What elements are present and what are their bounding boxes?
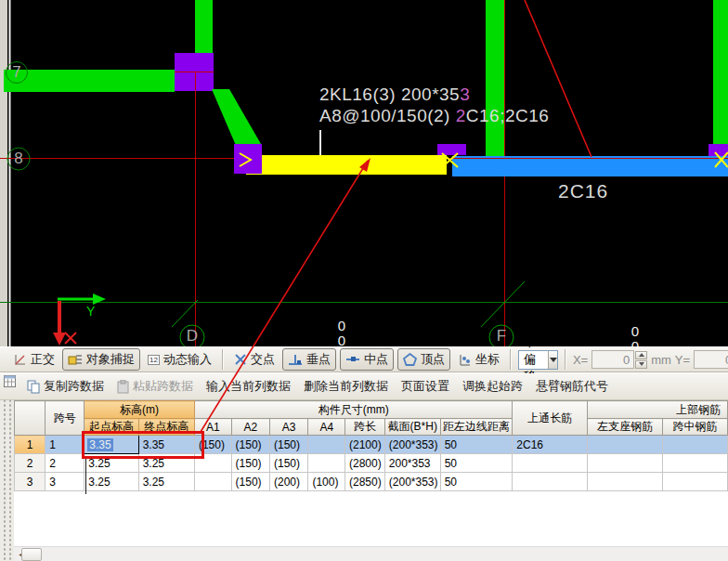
column-block-right[interactable] — [708, 144, 728, 156]
ortho-button[interactable]: 正交 — [9, 349, 58, 370]
a4-cell[interactable] — [308, 454, 345, 473]
paste-icon — [117, 380, 129, 394]
span-length-cell[interactable]: (2800) — [345, 454, 385, 473]
dynamic-input-button[interactable]: 12 动态输入 — [144, 349, 215, 370]
a1-cell[interactable] — [194, 473, 231, 491]
perpendicular-label: 垂点 — [306, 351, 331, 368]
paste-span-data-button[interactable]: 粘贴跨数据 — [115, 375, 195, 398]
left-edge-dist-cell[interactable]: 50 — [440, 454, 513, 473]
offset-mode-dropdown[interactable]: 不偏移 — [518, 350, 558, 370]
delete-current-column-button[interactable]: 删除当前列数据 — [302, 375, 390, 398]
axis-diagonal-d — [172, 300, 198, 327]
col-header-a3[interactable]: A3 — [269, 419, 307, 436]
a2-cell[interactable]: (150) — [231, 436, 269, 454]
top-through-cell[interactable] — [513, 473, 588, 491]
span-no-cell[interactable]: 2 — [46, 454, 84, 473]
mid-span-cell[interactable] — [663, 473, 728, 491]
top-through-cell[interactable] — [513, 454, 588, 473]
beam-green-vertical-mid[interactable] — [486, 0, 504, 156]
paste-span-data-label: 粘贴跨数据 — [133, 378, 193, 395]
a3-cell[interactable]: (150) — [269, 454, 307, 473]
input-current-column-button[interactable]: 输入当前列数据 — [204, 375, 292, 398]
page-setup-button[interactable]: 页面设置 — [399, 375, 451, 398]
section-cell[interactable]: (200*353) — [384, 436, 440, 454]
end-elevation-cell[interactable]: 3.25 — [138, 473, 194, 491]
left-support-cell[interactable] — [588, 436, 663, 454]
copy-span-data-button[interactable]: 复制跨数据 — [25, 375, 106, 398]
app-window: 2KL16(3) 200*353 A8@100/150(2) 2C16;2C16… — [0, 0, 728, 561]
col-header-mid-span[interactable]: 跨中钢筋 — [663, 419, 728, 436]
group-header-size[interactable]: 构件尺寸(mm) — [194, 401, 512, 419]
beam-top-bars: C16;2C16 — [466, 106, 550, 125]
toolbar-separator — [565, 349, 566, 370]
perpendicular-snap-button[interactable]: 垂点 — [282, 348, 336, 371]
span-length-cell[interactable]: (2850) — [345, 473, 385, 491]
col-header-span-length[interactable]: 跨长 — [345, 419, 385, 436]
column-block-mid[interactable] — [437, 144, 466, 155]
cantilever-rebar-code-button[interactable]: 悬臂钢筋代号 — [534, 375, 610, 398]
toolbar-separator — [222, 349, 224, 370]
offset-x-spin-buttons[interactable] — [635, 351, 647, 369]
row-number-cell[interactable]: 2 — [15, 454, 46, 473]
left-support-cell[interactable] — [588, 473, 663, 491]
top-through-cell[interactable]: 2C16 — [513, 436, 588, 454]
beam-green-vertical-top[interactable] — [195, 0, 213, 53]
mid-span-cell[interactable] — [663, 454, 728, 473]
snap-toolbar: 正交 对象捕捉 12 动态输入 交点 垂点 中点 顶点 坐标 — [0, 346, 728, 372]
left-support-cell[interactable] — [588, 454, 663, 473]
offset-x-input[interactable]: 0 — [592, 350, 634, 369]
axis-label-8: 8 — [6, 150, 32, 168]
spinner-up-button[interactable] — [635, 351, 647, 359]
group-header-top-rebar[interactable]: 上部钢筋 — [588, 401, 728, 419]
dimension-text-right: 0 0 — [628, 324, 643, 346]
midpoint-snap-button[interactable]: 中点 — [340, 348, 394, 371]
left-edge-dist-cell[interactable]: 50 — [440, 473, 513, 491]
col-header-a2[interactable]: A2 — [231, 419, 269, 436]
offset-dropdown-button[interactable] — [548, 351, 556, 369]
object-snap-button[interactable]: 对象捕捉 — [62, 348, 140, 371]
span-no-cell[interactable]: 1 — [46, 436, 84, 454]
spinner-down-button[interactable] — [635, 360, 647, 369]
horizontal-scrollbar[interactable]: ◄ — [14, 546, 728, 561]
scrollbar-thumb[interactable] — [21, 548, 42, 561]
intersection-snap-button[interactable]: 交点 — [230, 349, 279, 370]
coordinate-snap-button[interactable]: 坐标 — [454, 349, 503, 370]
a4-cell[interactable]: (100) — [308, 473, 345, 491]
col-header-left-support[interactable]: 左支座钢筋 — [588, 419, 663, 436]
span-no-cell[interactable]: 3 — [46, 473, 84, 491]
beam-annotation-line2: A8@100/150(2) 2C16;2C16 — [319, 106, 549, 126]
axis-label-7: 7 — [4, 63, 30, 82]
a4-cell[interactable] — [308, 436, 345, 454]
a3-cell[interactable]: (150) — [269, 436, 307, 454]
col-header-section[interactable]: 截面(B*H) — [384, 419, 440, 436]
mid-span-cell[interactable] — [663, 436, 728, 454]
section-cell[interactable]: 200*353 — [384, 454, 440, 473]
row-number-cell[interactable]: 3 — [15, 473, 46, 491]
a2-cell[interactable]: (150) — [231, 473, 269, 491]
vertex-label: 顶点 — [421, 351, 445, 368]
offset-y-input[interactable]: 0 — [694, 350, 728, 369]
span-length-cell[interactable]: (2100) — [345, 436, 385, 454]
ucs-y-arrowhead — [53, 333, 66, 346]
a3-cell[interactable]: (200) — [269, 473, 307, 491]
row-number-cell[interactable]: 1 — [15, 436, 46, 454]
offset-x-stepper[interactable]: 0 — [592, 350, 647, 369]
col-header-left-edge-dist[interactable]: 距左边线距离 — [440, 419, 513, 436]
beam-green-vertical-right[interactable] — [713, 0, 728, 144]
vertex-snap-button[interactable]: 顶点 — [397, 348, 450, 371]
offset-y-stepper[interactable]: 0 — [694, 350, 728, 369]
a2-cell[interactable]: (150) — [231, 454, 269, 473]
section-cell[interactable]: (200*353) — [384, 473, 440, 491]
beam-blue-span[interactable] — [452, 156, 728, 176]
beam-yellow-selected-span[interactable] — [246, 155, 447, 175]
left-edge-dist-cell[interactable]: 50 — [440, 436, 513, 454]
cad-canvas[interactable]: 2KL16(3) 200*353 A8@100/150(2) 2C16;2C16… — [0, 0, 728, 346]
table-row[interactable]: 3 3 3.25 3.25 (150) (200) (100) (2850) (… — [15, 473, 728, 491]
col-header-top-through[interactable]: 上通长筋 — [513, 401, 588, 436]
col-header-a4[interactable]: A4 — [308, 419, 345, 436]
group-header-elevation[interactable]: 标高(m) — [84, 401, 195, 419]
swap-start-span-button[interactable]: 调换起始跨 — [461, 375, 525, 398]
midpoint-icon — [345, 354, 360, 365]
col-header-span-no[interactable]: 跨号 — [46, 401, 84, 436]
start-elevation-cell[interactable]: 3.25 — [84, 473, 138, 491]
